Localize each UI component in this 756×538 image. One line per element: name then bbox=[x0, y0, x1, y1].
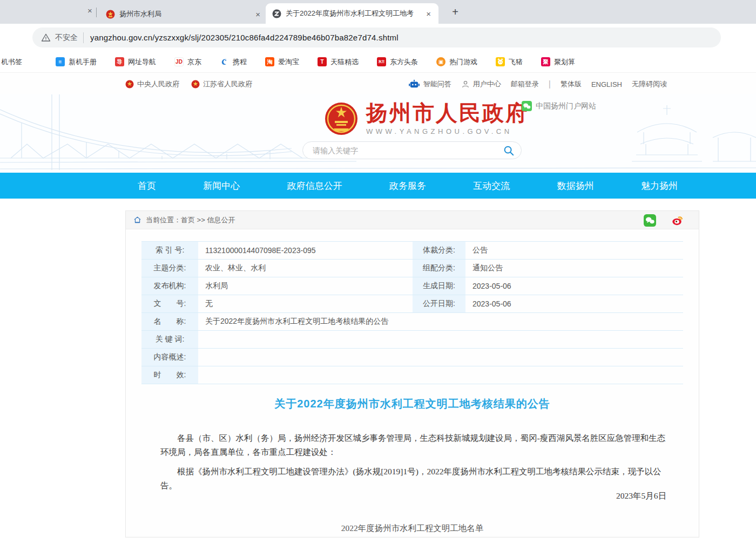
user-icon bbox=[461, 80, 470, 88]
link-label: 中央人民政府 bbox=[137, 79, 179, 89]
meta-value-validity bbox=[198, 366, 683, 384]
robot-icon bbox=[408, 79, 420, 89]
link-jiangsu-government[interactable]: 江苏省人民政府 bbox=[191, 79, 252, 89]
accessibility-link[interactable]: 无障碍阅读 bbox=[632, 79, 667, 89]
meta-label: 内容概述: bbox=[141, 349, 198, 366]
wechat-icon bbox=[522, 101, 532, 111]
home-icon[interactable] bbox=[133, 216, 141, 224]
nav-news-center[interactable]: 新闻中心 bbox=[203, 180, 240, 192]
link-label: 邮箱登录 bbox=[511, 79, 539, 89]
bookmark-aitaobao[interactable]: 淘 爱淘宝 bbox=[265, 57, 299, 67]
tab-active-announcement[interactable]: 关于2022年度扬州市水利工程文明工地考 × bbox=[266, 3, 438, 24]
nav-charm-yangzhou[interactable]: 魅力扬州 bbox=[641, 180, 678, 192]
browser-address-bar: 不安全 yangzhou.gov.cn/yzszxxgk/slj/202305/… bbox=[0, 24, 756, 51]
bookmark-label: 机书签 bbox=[1, 57, 22, 67]
table-row: 时 效: bbox=[141, 366, 683, 384]
gov-emblem-favicon bbox=[106, 10, 115, 19]
article-list-title: 2022年度扬州市水利工程文明工地名单 bbox=[126, 523, 699, 534]
bookmark-eastday[interactable]: 东方 东方头条 bbox=[377, 57, 418, 67]
traditional-version-link[interactable]: 繁体版 bbox=[561, 79, 582, 89]
divider bbox=[83, 32, 84, 43]
close-icon[interactable]: × bbox=[424, 9, 433, 18]
nav-interaction[interactable]: 互动交流 bbox=[473, 180, 510, 192]
nav-gov-services[interactable]: 政务服务 bbox=[389, 180, 426, 192]
search-icon[interactable] bbox=[503, 145, 515, 156]
meta-value-agency: 水利局 bbox=[198, 277, 413, 295]
browser-tab-bar: × 扬州市水利局 × 关于2022年度扬州市水利工程文明工地考 × + bbox=[0, 0, 756, 24]
breadcrumb-text[interactable]: 当前位置：首页 >> 信息公开 bbox=[146, 215, 235, 225]
table-row: 发布机构: 水利局 生成日期: 2023-05-06 bbox=[141, 277, 683, 295]
national-emblem-icon bbox=[324, 101, 359, 136]
divider: | bbox=[549, 79, 551, 89]
link-label: 智能问答 bbox=[423, 79, 451, 89]
security-label[interactable]: 不安全 bbox=[55, 33, 78, 43]
meta-label: 组配分类: bbox=[413, 260, 465, 277]
table-row: 索 引 号: 11321000014407098E-2023-095 体裁分类:… bbox=[141, 242, 683, 260]
link-label: 用户中心 bbox=[473, 79, 501, 89]
taobao-icon: 淘 bbox=[265, 57, 274, 66]
meta-value-keywords bbox=[198, 331, 683, 348]
games-icon: ▣ bbox=[436, 57, 446, 66]
ctrip-dolphin-icon bbox=[220, 57, 229, 66]
article-date: 2023年5月6日 bbox=[616, 491, 666, 502]
bookmark-label: 东方头条 bbox=[390, 57, 418, 67]
link-label: ENGLISH bbox=[591, 80, 622, 88]
nav-home[interactable]: 首页 bbox=[138, 180, 156, 192]
table-row: 文 号: 无 公开日期: 2023-05-06 bbox=[141, 295, 683, 313]
close-icon[interactable]: × bbox=[85, 6, 94, 15]
meta-label: 发布机构: bbox=[141, 277, 198, 295]
fliggy-pig-icon bbox=[496, 57, 505, 66]
meta-value-topic: 农业、林业、水利 bbox=[198, 260, 413, 277]
bookmark-label: 飞猪 bbox=[509, 57, 523, 67]
manual-icon: ≡ bbox=[56, 57, 65, 66]
bookmark-label: 新机手册 bbox=[69, 57, 97, 67]
english-version-link[interactable]: ENGLISH bbox=[591, 80, 622, 88]
meta-label: 名 称: bbox=[141, 313, 198, 330]
meta-label: 索 引 号: bbox=[141, 242, 198, 259]
bookmark-label: 京东 bbox=[187, 57, 201, 67]
site-utility-bar: 中央人民政府 江苏省人民政府 智能问答 bbox=[0, 74, 756, 94]
table-row: 内容概述: bbox=[141, 349, 683, 366]
url-text[interactable]: yangzhou.gov.cn/yzszxxgk/slj/202305/210c… bbox=[90, 33, 399, 42]
meta-value-doc-number: 无 bbox=[198, 295, 413, 312]
nav-data-yangzhou[interactable]: 数据扬州 bbox=[557, 180, 594, 192]
warning-icon bbox=[41, 33, 51, 43]
bookmark-label: 网址导航 bbox=[128, 57, 156, 67]
site-search[interactable] bbox=[302, 141, 522, 159]
bookmark-fliggy[interactable]: 飞猪 bbox=[496, 57, 523, 67]
url-field[interactable]: 不安全 yangzhou.gov.cn/yzszxxgk/slj/202305/… bbox=[32, 28, 721, 47]
bookmark-ctrip[interactable]: 携程 bbox=[220, 57, 247, 67]
gov-emblem-icon bbox=[191, 80, 200, 88]
bookmark-tmall[interactable]: T 天猫精选 bbox=[318, 57, 359, 67]
close-icon[interactable]: × bbox=[253, 10, 262, 19]
meta-label: 生成日期: bbox=[413, 277, 465, 295]
weibo-share-icon[interactable] bbox=[671, 214, 684, 227]
bookmark-jd[interactable]: JD 京东 bbox=[174, 57, 201, 67]
bookmark-manual[interactable]: ≡ 新机手册 bbox=[56, 57, 97, 67]
bookmark-phone-bookmarks[interactable]: 机书签 bbox=[1, 57, 22, 67]
site-domain: WWW.YANGZHOU.GOV.CN bbox=[366, 127, 529, 135]
mail-login-link[interactable]: 邮箱登录 bbox=[511, 79, 539, 89]
new-tab-button[interactable]: + bbox=[449, 6, 461, 18]
smart-qa-link[interactable]: 智能问答 bbox=[408, 79, 451, 89]
meta-label: 主题分类: bbox=[141, 260, 198, 277]
link-central-government[interactable]: 中央人民政府 bbox=[125, 79, 179, 89]
bookmark-hot-games[interactable]: ▣ 热门游戏 bbox=[436, 57, 477, 67]
tab-yangzhou-water-bureau[interactable]: 扬州市水利局 × bbox=[100, 4, 262, 24]
wechat-share-icon[interactable] bbox=[644, 214, 656, 227]
meta-value-title: 关于2022年度扬州市水利工程文明工地考核结果的公告 bbox=[198, 313, 683, 330]
table-row: 名 称: 关于2022年度扬州市水利工程文明工地考核结果的公告 bbox=[141, 313, 683, 331]
portal-wechat-link[interactable]: 中国扬州门户网站 bbox=[522, 101, 596, 111]
gov-emblem-icon bbox=[125, 80, 134, 88]
bookmark-nav-site[interactable]: 导 网址导航 bbox=[115, 57, 156, 67]
nav-gov-info-disclosure[interactable]: 政府信息公开 bbox=[287, 180, 342, 192]
bookmark-juhuasuan[interactable]: 聚 聚划算 bbox=[541, 57, 575, 67]
site-logo[interactable]: 扬州市人民政府 WWW.YANGZHOU.GOV.CN bbox=[324, 101, 529, 136]
meta-value-created-date: 2023-05-06 bbox=[465, 277, 683, 295]
document-meta-table: 索 引 号: 11321000014407098E-2023-095 体裁分类:… bbox=[141, 241, 683, 384]
site-title: 扬州市人民政府 bbox=[366, 101, 529, 125]
search-input[interactable] bbox=[313, 146, 503, 155]
nav-site-icon: 导 bbox=[115, 57, 124, 66]
user-center-link[interactable]: 用户中心 bbox=[461, 79, 501, 89]
meta-label: 时 效: bbox=[141, 366, 198, 384]
